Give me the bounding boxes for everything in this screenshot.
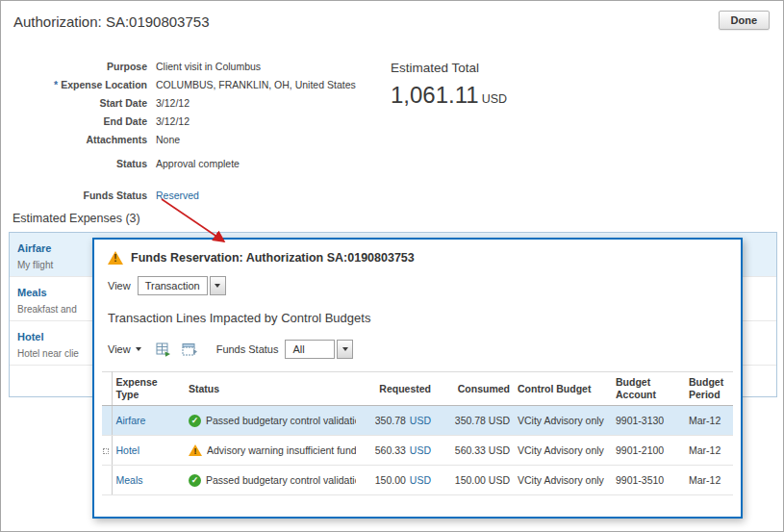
field-end-date: End Date 3/12/12	[13, 112, 356, 130]
field-funds-status: Funds Status Reserved	[13, 186, 356, 204]
budget-account: 9901-3130	[612, 406, 685, 436]
expense-type-link[interactable]: Meals	[116, 474, 143, 486]
dialog-section-title: Transaction Lines Impacted by Control Bu…	[108, 311, 729, 325]
funds-reservation-dialog: Funds Reservation: Authorization SA:0190…	[92, 238, 743, 519]
column-header-budget-account: Budget Account	[612, 372, 685, 406]
view-menu-button[interactable]: View	[108, 343, 141, 355]
dialog-header: Funds Reservation: Authorization SA:0190…	[94, 240, 741, 265]
currency-link[interactable]: USD	[410, 415, 431, 426]
expense-name-link[interactable]: Airfare	[17, 242, 51, 254]
row-handle-icon	[103, 448, 109, 454]
done-button[interactable]: Done	[719, 11, 771, 30]
column-header-expense-type: Expense Type	[112, 372, 185, 406]
requested-amount: 350.78	[375, 415, 406, 426]
field-label: End Date	[103, 115, 147, 127]
budget-period: Mar-12	[685, 436, 733, 466]
field-label: Status	[116, 158, 147, 169]
warning-icon	[189, 444, 202, 456]
required-marker: *	[54, 79, 58, 90]
row-selector[interactable]	[102, 406, 112, 436]
budget-account: 9901-3510	[612, 466, 685, 495]
expense-type-link[interactable]: Hotel	[116, 444, 140, 456]
authorization-form: Purpose Client visit in Columbus *Expens…	[13, 57, 356, 204]
column-header-control-budget: Control Budget	[514, 372, 612, 406]
chevron-down-icon	[136, 347, 141, 351]
export-icon[interactable]	[155, 342, 172, 358]
view-menu-label: View	[108, 343, 131, 355]
status-text: Passed budgetary control validation	[206, 415, 356, 426]
success-icon	[189, 474, 201, 487]
detach-icon[interactable]	[181, 342, 198, 358]
column-header-status: Status	[185, 372, 360, 406]
field-value: 3/12/12	[156, 115, 190, 127]
field-value: Approval complete	[156, 158, 240, 169]
control-budget: VCity Advisory only	[514, 436, 612, 466]
control-budget: VCity Advisory only	[514, 466, 612, 495]
field-expense-location: *Expense Location COLUMBUS, FRANKLIN, OH…	[13, 75, 356, 93]
estimated-total-label: Estimated Total	[391, 61, 507, 75]
view-selector-row: View Transaction	[108, 276, 729, 295]
field-value: None	[156, 134, 180, 145]
status-text: Passed budgetary control validation	[206, 474, 356, 486]
consumed-amount: 560.33 USD	[435, 436, 514, 466]
field-label: Attachments	[86, 134, 147, 145]
budget-account: 9901-2100	[612, 436, 685, 466]
funds-status-dropdown[interactable]: All	[285, 340, 353, 359]
warning-icon	[108, 251, 123, 265]
consumed-amount: 150.00 USD	[435, 466, 514, 495]
column-header-requested: Requested	[360, 372, 435, 406]
field-value: Client visit in Columbus	[156, 61, 261, 72]
expense-name-link[interactable]: Meals	[17, 287, 47, 298]
field-value: 3/12/12	[156, 97, 190, 109]
control-budget: VCity Advisory only	[514, 406, 612, 436]
currency-link[interactable]: USD	[410, 474, 431, 486]
column-header-budget-period: Budget Period	[685, 372, 733, 406]
field-purpose: Purpose Client visit in Columbus	[13, 57, 356, 75]
currency-link[interactable]: USD	[410, 444, 431, 456]
view-dropdown[interactable]: Transaction	[138, 276, 226, 295]
chevron-down-icon[interactable]	[337, 340, 353, 359]
expenses-section-title: Estimated Expenses (3)	[13, 212, 140, 225]
transaction-lines-table: Expense Type Status Requested Consumed C…	[102, 371, 733, 495]
estimated-total-amount: 1,061.11	[391, 82, 479, 109]
field-start-date: Start Date 3/12/12	[13, 93, 356, 112]
consumed-amount: 350.78 USD	[435, 406, 514, 436]
expense-name-link[interactable]: Hotel	[17, 331, 44, 342]
field-attachments: Attachments None	[13, 130, 356, 148]
row-selector-header	[102, 372, 112, 406]
estimated-total-currency: USD	[482, 92, 507, 106]
funds-status-dropdown-value: All	[285, 340, 335, 359]
estimated-total: Estimated Total 1,061.11 USD	[391, 61, 507, 109]
success-icon	[189, 415, 201, 427]
view-label: View	[108, 280, 131, 291]
field-label: Start Date	[99, 97, 147, 109]
funds-status-filter-label: Funds Status	[216, 343, 279, 355]
row-selector[interactable]	[102, 436, 112, 466]
expense-type-link[interactable]: Airfare	[116, 415, 146, 426]
field-status: Status Approval complete	[13, 154, 356, 172]
field-label: Expense Location	[61, 79, 147, 90]
dialog-title: Funds Reservation: Authorization SA:0190…	[131, 251, 415, 265]
requested-amount: 150.00	[375, 474, 406, 486]
page-title: Authorization: SA:0190803753	[13, 13, 210, 30]
table-toolbar: View Funds Status	[108, 337, 729, 362]
row-selector[interactable]	[102, 466, 112, 495]
table-row-meals[interactable]: Meals Passed budgetary control validatio…	[102, 466, 733, 495]
authorization-page: Authorization: SA:0190803753 Done Purpos…	[0, 0, 784, 532]
budget-period: Mar-12	[685, 406, 733, 436]
budget-period: Mar-12	[685, 466, 733, 495]
funds-status-link[interactable]: Reserved	[156, 190, 199, 201]
table-row-airfare[interactable]: Airfare Passed budgetary control validat…	[102, 406, 733, 436]
field-label: Funds Status	[83, 190, 147, 201]
column-header-consumed: Consumed	[435, 372, 514, 406]
table-header-row: Expense Type Status Requested Consumed C…	[102, 372, 733, 406]
chevron-down-icon[interactable]	[210, 276, 226, 295]
field-value: COLUMBUS, FRANKLIN, OH, United States	[156, 79, 356, 90]
field-label: Purpose	[107, 61, 147, 72]
view-dropdown-value: Transaction	[138, 276, 208, 295]
table-row-hotel[interactable]: Hotel Advisory warning insufficient fund…	[102, 436, 733, 466]
requested-amount: 560.33	[375, 444, 406, 456]
status-text: Advisory warning insufficient funds, cor	[207, 444, 356, 456]
